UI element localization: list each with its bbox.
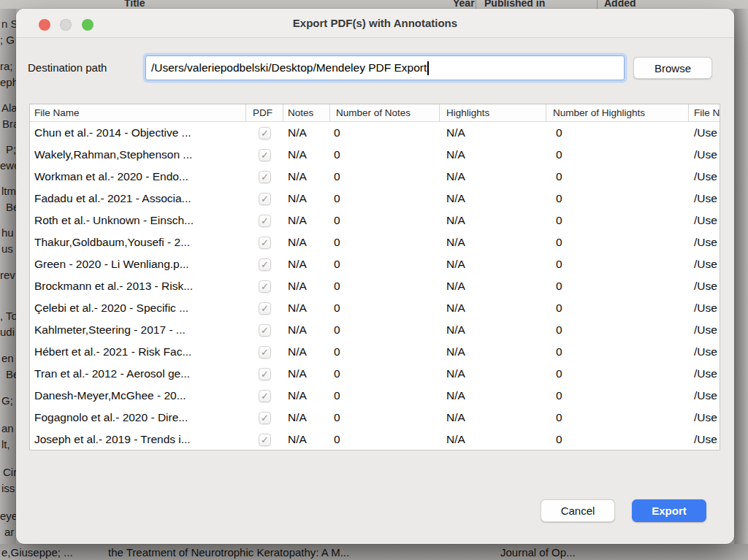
file-path-cell: /Use bbox=[689, 367, 720, 380]
highlights-cell: N/A bbox=[440, 411, 546, 424]
table-row[interactable]: Thakur,Goldbaum,Yousefi - 2... ✓ N/A 0 N… bbox=[30, 231, 720, 253]
bg-column-added: Added bbox=[604, 0, 636, 9]
cancel-button[interactable]: Cancel bbox=[541, 499, 615, 522]
table-row[interactable]: Chun et al.- 2014 - Objective ... ✓ N/A … bbox=[30, 122, 720, 144]
table-row[interactable]: Fadadu et al.- 2021 - Associa... ✓ N/A 0… bbox=[30, 188, 720, 210]
file-name-cell: Chun et al.- 2014 - Objective ... bbox=[30, 126, 246, 139]
file-name-cell: Tran et al.- 2012 - Aerosol ge... bbox=[30, 367, 246, 380]
background-right-strip bbox=[734, 9, 748, 544]
file-path-cell: /Use bbox=[689, 148, 720, 161]
table-row[interactable]: Workman et al.- 2020 - Endo... ✓ N/A 0 N… bbox=[30, 166, 720, 188]
table-row[interactable]: Çelebi et al.- 2020 - Specific ... ✓ N/A… bbox=[30, 297, 720, 319]
pdf-cell: ✓ bbox=[246, 215, 283, 227]
bg-title-fragment: the Treatment of Neurotrophic Keratopath… bbox=[108, 546, 349, 559]
bg-text-fragment: G; bbox=[1, 394, 13, 407]
table-row[interactable]: Joseph et al.- 2019 - Trends i... ✓ N/A … bbox=[30, 429, 720, 450]
column-header-pdf[interactable]: PDF bbox=[246, 104, 283, 121]
pdf-checkbox-checked[interactable]: ✓ bbox=[259, 368, 271, 380]
highlights-cell: N/A bbox=[440, 323, 546, 337]
background-column-header-strip: Title Year Published in Added bbox=[0, 0, 748, 9]
pdf-cell: ✓ bbox=[246, 412, 283, 424]
pdf-checkbox-checked[interactable]: ✓ bbox=[259, 258, 271, 271]
pdf-checkbox-checked[interactable]: ✓ bbox=[259, 280, 271, 293]
notes-cell: N/A bbox=[283, 389, 330, 402]
number-of-notes-cell: 0 bbox=[330, 236, 440, 249]
file-name-cell: Danesh-Meyer,McGhee - 20... bbox=[30, 389, 246, 402]
file-name-cell: Thakur,Goldbaum,Yousefi - 2... bbox=[30, 236, 246, 249]
table-row[interactable]: Hébert et al.- 2021 - Risk Fac... ✓ N/A … bbox=[30, 341, 720, 363]
pdf-cell: ✓ bbox=[246, 368, 283, 380]
pdf-cell: ✓ bbox=[246, 171, 283, 183]
highlights-cell: N/A bbox=[440, 345, 546, 358]
pdf-checkbox-checked[interactable]: ✓ bbox=[259, 171, 271, 183]
pdf-cell: ✓ bbox=[246, 193, 283, 205]
bg-text-fragment: eph bbox=[0, 76, 16, 88]
column-header-file-name[interactable]: File Name bbox=[689, 104, 720, 121]
number-of-highlights-cell: 0 bbox=[546, 192, 689, 205]
export-pdf-dialog: Export PDF(s) with Annotations Destinati… bbox=[16, 9, 734, 544]
bg-text-fragment: ltm bbox=[1, 185, 16, 197]
number-of-notes-cell: 0 bbox=[330, 433, 440, 446]
file-name-cell: Çelebi et al.- 2020 - Specific ... bbox=[30, 302, 246, 315]
file-path-cell: /Use bbox=[689, 258, 720, 271]
bg-text-fragment: hu bbox=[1, 226, 14, 239]
pdf-checkbox-checked[interactable]: ✓ bbox=[259, 127, 271, 139]
column-header-number-of-notes[interactable]: Number of Notes bbox=[330, 104, 440, 121]
notes-cell: N/A bbox=[283, 433, 330, 446]
bg-text-fragment: rev bbox=[0, 269, 15, 281]
notes-cell: N/A bbox=[283, 345, 330, 358]
column-header-number-of-highlights[interactable]: Number of Highlights bbox=[546, 104, 689, 121]
file-path-cell: /Use bbox=[689, 236, 720, 249]
file-path-cell: /Use bbox=[689, 345, 720, 358]
table-row[interactable]: Fogagnolo et al.- 2020 - Dire... ✓ N/A 0… bbox=[30, 407, 720, 429]
pdf-checkbox-checked[interactable]: ✓ bbox=[259, 193, 271, 205]
file-name-cell: Green - 2020 - Li Wenliang.p... bbox=[30, 258, 246, 271]
bg-column-title: Title bbox=[124, 0, 145, 9]
file-path-cell: /Use bbox=[689, 323, 720, 337]
number-of-notes-cell: 0 bbox=[330, 367, 440, 380]
number-of-notes-cell: 0 bbox=[330, 214, 440, 227]
number-of-highlights-cell: 0 bbox=[546, 345, 689, 358]
pdf-cell: ✓ bbox=[246, 346, 283, 358]
pdf-checkbox-checked[interactable]: ✓ bbox=[259, 434, 271, 446]
file-path-cell: /Use bbox=[689, 302, 720, 315]
highlights-cell: N/A bbox=[440, 280, 546, 293]
pdf-checkbox-checked[interactable]: ✓ bbox=[259, 346, 271, 358]
table-row[interactable]: Tran et al.- 2012 - Aerosol ge... ✓ N/A … bbox=[30, 363, 720, 385]
bg-text-fragment: lt, bbox=[1, 438, 10, 450]
pdf-checkbox-checked[interactable]: ✓ bbox=[259, 302, 271, 315]
destination-path-input[interactable]: /Users/valeriepodbelski/Desktop/Mendeley… bbox=[145, 55, 625, 80]
export-button[interactable]: Export bbox=[632, 499, 706, 522]
highlights-cell: N/A bbox=[440, 236, 546, 249]
dialog-titlebar[interactable]: Export PDF(s) with Annotations bbox=[16, 9, 734, 38]
file-path-cell: /Use bbox=[689, 126, 720, 139]
pdf-checkbox-checked[interactable]: ✓ bbox=[259, 324, 271, 337]
number-of-highlights-cell: 0 bbox=[546, 433, 689, 446]
notes-cell: N/A bbox=[283, 214, 330, 227]
notes-cell: N/A bbox=[283, 170, 330, 183]
browse-button[interactable]: Browse bbox=[633, 57, 712, 79]
highlights-cell: N/A bbox=[440, 367, 546, 380]
file-name-cell: Fogagnolo et al.- 2020 - Dire... bbox=[30, 411, 246, 424]
table-row[interactable]: Kahlmeter,Steering - 2017 - ... ✓ N/A 0 … bbox=[30, 319, 720, 341]
number-of-notes-cell: 0 bbox=[330, 170, 440, 183]
pdf-checkbox-checked[interactable]: ✓ bbox=[259, 215, 271, 227]
number-of-notes-cell: 0 bbox=[330, 126, 440, 139]
pdf-checkbox-checked[interactable]: ✓ bbox=[259, 390, 271, 402]
file-name-cell: Wakely,Rahman,Stephenson ... bbox=[30, 148, 246, 161]
column-header-notes[interactable]: Notes bbox=[283, 104, 330, 121]
table-row[interactable]: Roth et al.- Unknown - Einsch... ✓ N/A 0… bbox=[30, 210, 720, 231]
column-header-highlights[interactable]: Highlights bbox=[440, 104, 546, 121]
table-row[interactable]: Brockmann et al.- 2013 - Risk... ✓ N/A 0… bbox=[30, 275, 720, 297]
table-row[interactable]: Green - 2020 - Li Wenliang.p... ✓ N/A 0 … bbox=[30, 253, 720, 275]
pdf-checkbox-checked[interactable]: ✓ bbox=[259, 412, 271, 424]
dialog-title: Export PDF(s) with Annotations bbox=[16, 9, 734, 38]
number-of-notes-cell: 0 bbox=[330, 280, 440, 293]
number-of-highlights-cell: 0 bbox=[546, 148, 689, 161]
pdf-checkbox-checked[interactable]: ✓ bbox=[259, 237, 271, 249]
table-row[interactable]: Danesh-Meyer,McGhee - 20... ✓ N/A 0 N/A … bbox=[30, 385, 720, 407]
number-of-notes-cell: 0 bbox=[330, 345, 440, 358]
table-row[interactable]: Wakely,Rahman,Stephenson ... ✓ N/A 0 N/A… bbox=[30, 144, 720, 166]
column-header-file-name[interactable]: File Name bbox=[30, 104, 246, 121]
pdf-checkbox-checked[interactable]: ✓ bbox=[259, 149, 271, 161]
